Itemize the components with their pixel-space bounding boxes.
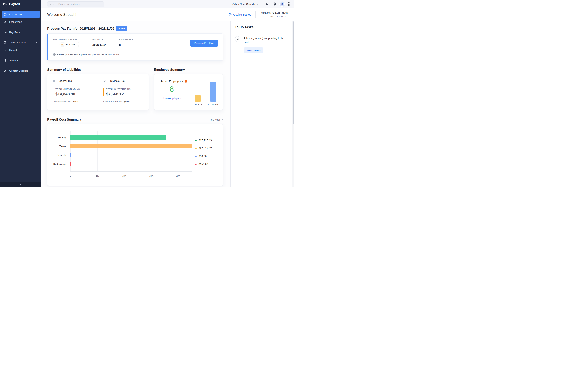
deductions-bar[interactable]: [70, 162, 71, 166]
tick-label: 0: [70, 175, 71, 177]
reports-icon: [4, 48, 7, 52]
sidebar: Payroll Dashboard Employees Pay Runs: [0, 0, 42, 187]
notifications-bell-icon[interactable]: [265, 2, 269, 6]
payrun-title-row: Process Pay Run for 2025/11/03 - 2025/11…: [47, 26, 231, 31]
content-row: Process Pay Run for 2025/11/03 - 2025/11…: [42, 21, 294, 187]
payrun-note: i Please process and approve this pay ru…: [53, 53, 218, 56]
sidebar-item-employees[interactable]: Employees: [1, 18, 40, 25]
warning-badge-icon[interactable]: !: [185, 80, 187, 83]
welcome-header: Welcome Subash! Getting Started Help Lin…: [42, 8, 294, 21]
todo-tasks-panel: To Do Tasks 4 Tax payment(s) are pending…: [231, 21, 294, 187]
sidebar-item-label: Dashboard: [9, 13, 22, 16]
provincial-tax-block: Provincial Tax TOTAL OUTSTANDING $7,668.…: [98, 74, 149, 110]
benefits-bar[interactable]: [70, 153, 71, 157]
search-input[interactable]: [58, 3, 96, 5]
divider: [262, 2, 262, 6]
bar-row-taxes: Taxes: [70, 142, 192, 151]
sidebar-item-pay-runs[interactable]: Pay Runs: [1, 29, 40, 36]
org-switcher[interactable]: Zylker Corp Canada: [232, 3, 258, 5]
legend-dot: [195, 148, 197, 149]
chart-plot-area: Net Pay Taxes Benefits: [70, 131, 192, 172]
sidebar-item-taxes-forms[interactable]: Taxes & Forms: [1, 39, 40, 46]
sidebar-item-dashboard[interactable]: Dashboard: [1, 11, 40, 18]
sidebar-collapse-button[interactable]: [0, 182, 42, 187]
stat-label: EMPLOYEES: [119, 38, 133, 41]
view-details-button[interactable]: View Details: [244, 47, 263, 53]
hourly-bar-group: HOURLY: [194, 95, 202, 106]
sidebar-item-contact-support[interactable]: Contact Support: [1, 67, 40, 74]
employees-icon: [4, 20, 7, 23]
total-outstanding-label: TOTAL OUTSTANDING: [55, 88, 94, 90]
getting-started-link[interactable]: Getting Started: [228, 13, 251, 16]
legend-value: $22,517.02: [199, 147, 212, 150]
pay-runs-icon: [4, 31, 7, 34]
legend-value: $150.00: [199, 163, 208, 166]
total-outstanding-amount: $7,668.12: [106, 92, 145, 96]
sidebar-item-label: Employees: [9, 21, 22, 23]
liabilities-title: Summary of Liabilities: [47, 68, 149, 72]
employee-summary-section: Employee Summary Active Employees ! 8 Vi…: [154, 68, 223, 110]
government-building-icon: [52, 79, 56, 83]
employee-type-chart: HOURLY SALARIED: [189, 74, 223, 110]
payrun-note-text: Please process and approve this pay run …: [57, 53, 120, 56]
todo-header: To Do Tasks: [231, 21, 294, 31]
main-column: Zylker Corp Canada S Welcome Subash!: [42, 0, 294, 187]
legend-item-benefits: $30.00: [195, 152, 212, 160]
status-badge: READY: [116, 26, 126, 31]
liability-name: Provincial Tax: [108, 79, 125, 83]
contact-support-icon: [4, 69, 7, 73]
page-title: Welcome Subash!: [47, 12, 76, 17]
range-selector-value: This Year: [210, 118, 220, 121]
legend-item-deductions: $150.00: [195, 160, 212, 168]
sidebar-nav: Dashboard Employees Pay Runs Taxes & For…: [0, 8, 42, 74]
search-icon[interactable]: [49, 3, 54, 5]
help-line-number: Help Line : +1 5146736167: [260, 11, 288, 14]
salaried-bar-group: SALARIED: [208, 82, 218, 106]
tick-label: 20K: [176, 175, 180, 177]
payroll-cost-chart: Net Pay Taxes Benefits: [47, 124, 223, 186]
page-scrollbar[interactable]: [293, 21, 294, 187]
salaried-label: SALARIED: [208, 104, 218, 106]
sidebar-item-label: Pay Runs: [9, 31, 21, 34]
active-employees-block: Active Employees ! 8 View Employees: [154, 74, 189, 110]
stat-pay-date: PAY DATE 2025/11/14: [85, 38, 111, 46]
chevron-right-icon: [35, 41, 38, 44]
process-pay-run-button[interactable]: Process Pay Run: [190, 40, 218, 47]
stat-employees: EMPLOYEES 8: [111, 38, 138, 46]
stat-value: 8: [119, 43, 133, 46]
settings-gear-icon[interactable]: [273, 2, 276, 6]
stat-label: PAY DATE: [93, 38, 106, 41]
taxes-bar[interactable]: [70, 144, 192, 148]
flag-icon: [104, 79, 107, 83]
sidebar-item-label: Settings: [9, 59, 19, 62]
net-pay-bar[interactable]: [70, 135, 166, 140]
app-title: Payroll: [9, 2, 20, 6]
tick-label: 5K: [96, 175, 99, 177]
liabilities-card: Federal Tax TOTAL OUTSTANDING $14,848.90…: [47, 74, 149, 110]
dashboard-icon: [4, 13, 7, 16]
help-line-hours: Mon - Fri • Toll Free: [260, 15, 288, 17]
payroll-cost-section: Payroll Cost Summary This Year: [47, 118, 231, 186]
legend-dot: [195, 164, 197, 165]
tick-label: 15K: [149, 175, 153, 177]
tax-document-icon: [235, 36, 241, 42]
legend-item-taxes: $22,517.02: [195, 144, 212, 152]
global-search[interactable]: [47, 1, 104, 7]
employee-summary-title: Employee Summary: [154, 68, 223, 72]
bar-row-deductions: Deductions: [70, 160, 192, 168]
scrollbar-thumb[interactable]: [293, 21, 294, 125]
apps-grid-icon[interactable]: [288, 2, 291, 6]
range-selector-dropdown[interactable]: This Year: [210, 118, 223, 121]
sidebar-item-settings[interactable]: Settings: [1, 57, 40, 64]
user-avatar[interactable]: S: [279, 1, 285, 7]
view-employees-link[interactable]: View Employees: [154, 97, 189, 100]
todo-task-text: 4 Tax payment(s) are pending to be paid.: [244, 36, 289, 44]
caret-down-icon: [221, 119, 223, 121]
legend-dot: [195, 156, 197, 157]
payroll-cost-title: Payroll Cost Summary: [47, 118, 82, 122]
help-line-block: Help Line : +1 5146736167 Mon - Fri • To…: [260, 11, 288, 17]
payroll-logo-icon: [3, 2, 7, 6]
app-logo-row: Payroll: [0, 0, 42, 8]
legend-dot: [195, 140, 197, 141]
sidebar-item-reports[interactable]: Reports: [1, 46, 40, 53]
